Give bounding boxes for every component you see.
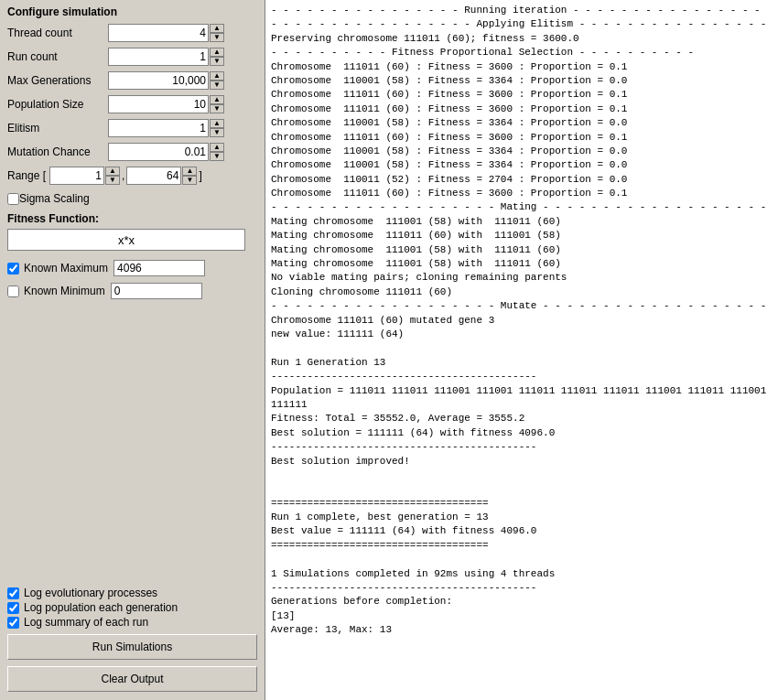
thread-count-label: Thread count: [7, 27, 108, 39]
section-title: Configure simulation: [7, 5, 257, 18]
log-summary-checkbox[interactable]: [7, 617, 19, 629]
pop-size-row: Population Size ▲ ▼: [7, 95, 257, 113]
known-min-label: Known Minimum: [24, 285, 105, 297]
range-to-input[interactable]: [126, 167, 181, 185]
run-count-label: Run count: [7, 50, 108, 63]
max-gen-row: Max Generations ▲ ▼: [7, 71, 257, 90]
pop-size-btns: ▲ ▼: [210, 95, 224, 113]
log-evolutionary-checkbox[interactable]: [7, 587, 19, 599]
elitism-input[interactable]: [108, 119, 209, 137]
elitism-down[interactable]: ▼: [210, 128, 224, 137]
mutation-row: Mutation Chance ▲ ▼: [7, 143, 257, 161]
elitism-row: Elitism ▲ ▼: [7, 119, 257, 137]
run-count-down[interactable]: ▼: [210, 57, 224, 66]
log-population-row: Log population each generation: [7, 601, 257, 614]
max-gen-down[interactable]: ▼: [210, 81, 224, 90]
thread-count-up[interactable]: ▲: [210, 24, 224, 33]
elitism-label: Elitism: [7, 122, 108, 135]
thread-count-row: Thread count ▲ ▼: [7, 24, 257, 42]
log-section: Log evolutionary processes Log populatio…: [7, 587, 257, 630]
range-to-down[interactable]: ▼: [182, 176, 197, 185]
max-gen-spinner: ▲ ▼: [108, 71, 224, 90]
known-min-row: Known Minimum: [7, 283, 257, 299]
run-simulations-button[interactable]: Run Simulations: [7, 634, 257, 660]
thread-count-btns: ▲ ▼: [210, 24, 224, 42]
pop-size-input[interactable]: [108, 95, 209, 113]
elitism-btns: ▲ ▼: [210, 119, 224, 137]
thread-count-input[interactable]: [108, 24, 209, 42]
sigma-row: Sigma Scaling: [7, 192, 257, 205]
run-count-row: Run count ▲ ▼: [7, 48, 257, 66]
elitism-spinner: ▲ ▼: [108, 119, 224, 137]
fitness-section: Fitness Function:: [7, 212, 257, 256]
mutation-up[interactable]: ▲: [210, 143, 224, 152]
mutation-btns: ▲ ▼: [210, 143, 224, 161]
output-area[interactable]: - - - - - - - - - - - - - - - - Running …: [265, 0, 778, 700]
left-panel: Configure simulation Thread count ▲ ▼ Ru…: [0, 0, 265, 700]
known-max-checkbox[interactable]: [7, 263, 19, 275]
range-row: Range [ ▲ ▼ , ▲ ▼ ]: [7, 167, 257, 185]
range-to-btns: ▲ ▼: [182, 167, 197, 185]
known-min-checkbox[interactable]: [7, 285, 19, 297]
range-close-bracket: ]: [199, 169, 201, 182]
range-from-down[interactable]: ▼: [105, 176, 120, 185]
range-to-up[interactable]: ▲: [182, 167, 197, 176]
right-panel: - - - - - - - - - - - - - - - - Running …: [265, 0, 778, 700]
pop-size-spinner: ▲ ▼: [108, 95, 224, 113]
pop-size-down[interactable]: ▼: [210, 104, 224, 113]
range-to-spinner: ▲ ▼: [126, 167, 197, 185]
known-max-label: Known Maximum: [24, 262, 108, 275]
mutation-label: Mutation Chance: [7, 145, 108, 158]
max-gen-input[interactable]: [108, 71, 209, 90]
log-summary-row: Log summary of each run: [7, 616, 257, 629]
pop-size-label: Population Size: [7, 98, 108, 111]
mutation-input[interactable]: [108, 143, 209, 161]
run-count-input[interactable]: [108, 48, 209, 66]
pop-size-up[interactable]: ▲: [210, 95, 224, 104]
log-evolutionary-row: Log evolutionary processes: [7, 587, 257, 599]
known-max-input[interactable]: [113, 260, 205, 276]
fitness-function-label: Fitness Function:: [7, 212, 257, 225]
range-from-spinner: ▲ ▼: [49, 167, 120, 185]
sigma-checkbox[interactable]: [7, 193, 19, 205]
range-comma: ,: [122, 169, 124, 182]
elitism-up[interactable]: ▲: [210, 119, 224, 128]
clear-output-button[interactable]: Clear Output: [7, 666, 257, 692]
thread-count-spinner: ▲ ▼: [108, 24, 224, 42]
fitness-function-input[interactable]: [7, 229, 245, 251]
max-gen-label: Max Generations: [7, 74, 108, 87]
run-count-up[interactable]: ▲: [210, 48, 224, 57]
range-from-up[interactable]: ▲: [105, 167, 120, 176]
log-population-label: Log population each generation: [24, 601, 178, 614]
log-evolutionary-label: Log evolutionary processes: [24, 587, 157, 599]
range-from-input[interactable]: [49, 167, 104, 185]
max-gen-btns: ▲ ▼: [210, 71, 224, 90]
known-max-row: Known Maximum: [7, 260, 257, 276]
mutation-down[interactable]: ▼: [210, 152, 224, 161]
run-count-btns: ▲ ▼: [210, 48, 224, 66]
sigma-label: Sigma Scaling: [19, 192, 90, 205]
max-gen-up[interactable]: ▲: [210, 71, 224, 81]
mutation-spinner: ▲ ▼: [108, 143, 224, 161]
thread-count-down[interactable]: ▼: [210, 33, 224, 42]
range-from-btns: ▲ ▼: [105, 167, 120, 185]
log-summary-label: Log summary of each run: [24, 616, 148, 629]
log-population-checkbox[interactable]: [7, 602, 19, 614]
known-min-input[interactable]: [111, 283, 202, 299]
range-label: Range [: [7, 169, 46, 182]
run-count-spinner: ▲ ▼: [108, 48, 224, 66]
